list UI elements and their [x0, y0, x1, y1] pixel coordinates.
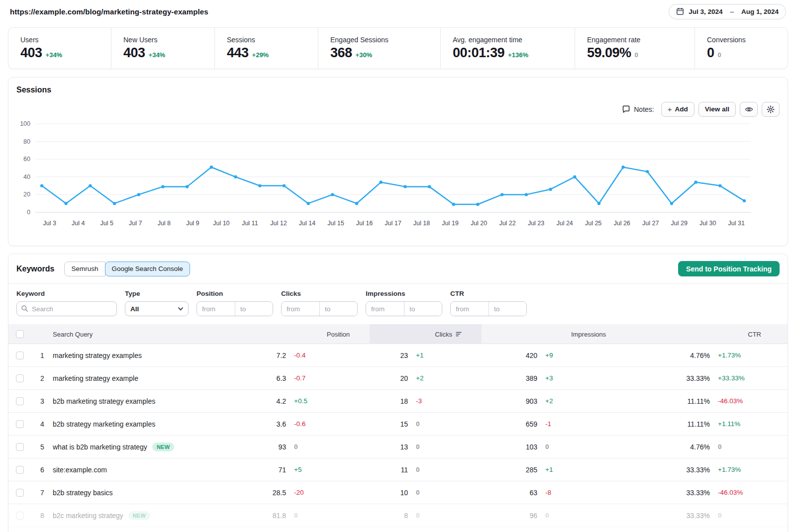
- impressions-cell: 389+3: [482, 374, 631, 382]
- top-bar: https://example.com/blog/marketing-strat…: [0, 0, 796, 23]
- toggle-visibility-button[interactable]: [740, 102, 758, 117]
- row-index: 2: [40, 374, 44, 382]
- metric-delta: +30%: [356, 51, 373, 59]
- position-cell: 7.2-0.4: [270, 352, 370, 359]
- search-query-text: b2c marketing strategy: [53, 512, 123, 520]
- notes-label: Notes:: [622, 105, 654, 113]
- svg-text:20: 20: [23, 191, 30, 198]
- row-index: 7: [40, 489, 44, 497]
- impressions-cell: 903+2: [482, 397, 631, 405]
- position-from-input[interactable]: [197, 302, 235, 316]
- metric-users: Users403+34%: [8, 28, 111, 69]
- notes-toolbar: Notes: + Add View all: [16, 101, 780, 117]
- calendar-icon: [676, 7, 684, 15]
- metric-delta: +136%: [508, 51, 528, 59]
- add-note-button[interactable]: + Add: [661, 102, 695, 117]
- metric-delta: +34%: [149, 51, 166, 59]
- ctr-from-input[interactable]: [451, 302, 489, 316]
- tab-semrush[interactable]: Semrush: [64, 262, 105, 276]
- date-separator: –: [727, 8, 737, 15]
- view-all-notes-button[interactable]: View all: [698, 102, 736, 117]
- header-search-query[interactable]: Search Query: [49, 324, 270, 344]
- row-index: 6: [40, 466, 44, 474]
- row-checkbox[interactable]: [16, 397, 24, 405]
- table-row: 8 b2c marketing strategy NEW 81.80 80 96…: [8, 504, 788, 527]
- position-cell: 71+5: [270, 466, 370, 474]
- position-cell: 6.3-0.7: [270, 374, 370, 382]
- search-query-text: what is b2b marketing strategy: [53, 443, 147, 451]
- table-row: 4 b2b strategy marketing examples 3.6-0.…: [8, 413, 788, 436]
- header-impressions[interactable]: Impressions: [482, 324, 631, 344]
- chart-settings-button[interactable]: [762, 102, 780, 117]
- table-row: 6 site:example.com 71+5 110 285+1 33.33%…: [8, 458, 788, 481]
- ctr-to-input[interactable]: [489, 302, 526, 316]
- search-query-text: b2b strategy basics: [53, 489, 113, 497]
- clicks-to-input[interactable]: [319, 302, 357, 316]
- ctr-cell: 33.33%-46.03%: [631, 489, 780, 497]
- clicks-cell: 100: [370, 489, 482, 497]
- filter-type: Type All: [125, 290, 189, 316]
- clicks-from-input[interactable]: [282, 302, 319, 316]
- position-cell: 4.2+0.5: [270, 397, 370, 405]
- search-query-text: b2b strategy marketing examples: [53, 420, 155, 428]
- impressions-cell: 63-8: [482, 489, 631, 497]
- header-ctr[interactable]: CTR: [631, 324, 780, 344]
- filter-position: Position: [197, 290, 273, 316]
- table-row: 7 b2b strategy basics 28.5-20 100 63-8 3…: [8, 481, 788, 504]
- svg-text:Jul 14: Jul 14: [299, 220, 315, 227]
- keywords-filters: Keyword Type All: [8, 284, 788, 324]
- select-all-checkbox[interactable]: [16, 330, 24, 338]
- table-header-row: Search Query Position Clicks Impressions…: [8, 324, 788, 344]
- tab-google-search-console[interactable]: Google Search Console: [105, 262, 190, 276]
- new-badge: NEW: [128, 511, 151, 520]
- date-start: Jul 3, 2024: [689, 8, 722, 15]
- metric-delta: +29%: [252, 51, 269, 59]
- header-position[interactable]: Position: [270, 324, 370, 344]
- row-checkbox[interactable]: [16, 512, 24, 520]
- date-end: Aug 1, 2024: [741, 8, 779, 15]
- type-select[interactable]: All: [125, 301, 189, 316]
- row-checkbox[interactable]: [16, 466, 24, 474]
- position-cell: 28.5-20: [270, 489, 370, 497]
- row-checkbox[interactable]: [16, 352, 24, 359]
- position-to-input[interactable]: [235, 302, 273, 316]
- svg-text:Jul 30: Jul 30: [699, 220, 716, 227]
- metric-engaged-sessions: Engaged Sessions368+30%: [318, 28, 440, 69]
- row-index: 1: [40, 352, 44, 359]
- svg-text:Jul 7: Jul 7: [129, 220, 142, 227]
- impressions-cell: 659-1: [482, 420, 631, 428]
- impressions-from-input[interactable]: [366, 302, 404, 316]
- search-icon: [21, 305, 28, 312]
- table-row: 2 marketing strategy example 6.3-0.7 20+…: [8, 367, 788, 390]
- svg-text:Jul 23: Jul 23: [528, 220, 544, 227]
- eye-icon: [745, 106, 753, 113]
- keyword-search-input[interactable]: [16, 301, 117, 316]
- keywords-title: Keywords: [16, 265, 54, 273]
- impressions-cell: 1030: [482, 443, 631, 451]
- metric-value: 403: [123, 45, 145, 61]
- row-checkbox[interactable]: [16, 489, 24, 497]
- svg-text:Jul 10: Jul 10: [213, 220, 229, 227]
- row-index: 5: [40, 443, 44, 451]
- row-checkbox[interactable]: [16, 443, 24, 451]
- note-flag-icon: [622, 105, 630, 113]
- send-to-position-tracking-button[interactable]: Send to Position Tracking: [678, 261, 780, 276]
- keywords-table-body: 1 marketing strategy examples 7.2-0.4 23…: [8, 344, 788, 527]
- impressions-to-input[interactable]: [404, 302, 442, 316]
- svg-text:80: 80: [23, 138, 30, 145]
- row-checkbox[interactable]: [16, 374, 24, 382]
- filter-ctr: CTR: [450, 290, 527, 316]
- metric-label: Conversions: [707, 36, 788, 44]
- keywords-card: Keywords Semrush Google Search Console S…: [8, 254, 788, 532]
- svg-text:Jul 9: Jul 9: [186, 220, 199, 227]
- svg-text:Jul 20: Jul 20: [471, 220, 487, 227]
- position-cell: 930: [270, 443, 370, 451]
- metric-delta: 0: [718, 51, 721, 59]
- date-range-picker[interactable]: Jul 3, 2024 – Aug 1, 2024: [669, 4, 786, 19]
- svg-text:60: 60: [23, 156, 30, 163]
- impressions-cell: 420+9: [482, 352, 631, 359]
- ctr-cell: 11.11%-46.03%: [631, 397, 780, 405]
- table-row: 5 what is b2b marketing strategy NEW 930…: [8, 436, 788, 458]
- row-checkbox[interactable]: [16, 420, 24, 428]
- header-clicks-sorted[interactable]: Clicks: [370, 324, 482, 344]
